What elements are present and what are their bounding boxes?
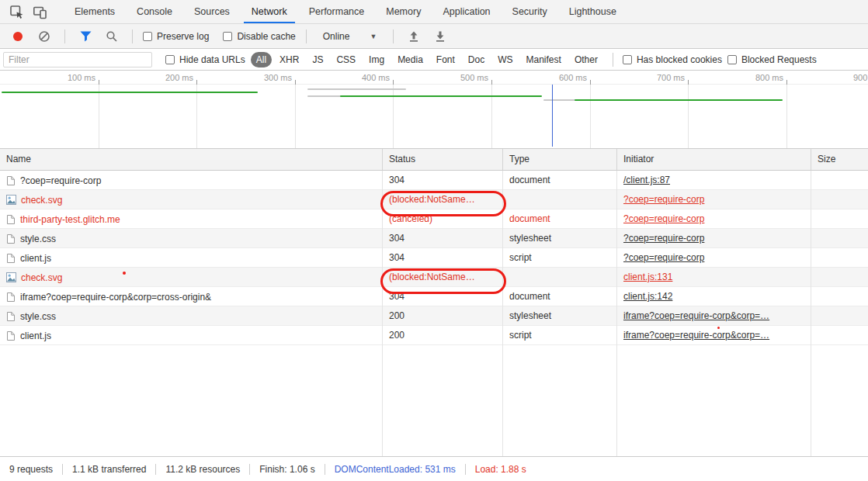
blocked-requests-checkbox[interactable]: Blocked Requests: [727, 54, 817, 65]
request-name-cell: check.svg: [0, 268, 383, 287]
initiator-link[interactable]: ?coep=require-corp: [623, 213, 704, 224]
tabbar-icons: [0, 0, 53, 23]
tab-lighthouse[interactable]: Lighthouse: [558, 0, 627, 23]
request-status: 304: [383, 229, 503, 248]
import-har-icon[interactable]: [430, 27, 450, 46]
empty-column: [0, 345, 383, 456]
overview-tick: [99, 80, 99, 85]
tab-elements[interactable]: Elements: [64, 0, 126, 23]
filter-funnel-icon[interactable]: [75, 27, 95, 46]
request-status: 304: [383, 248, 503, 268]
request-size: [811, 306, 868, 326]
request-name-cell: style.css: [0, 229, 383, 248]
request-type: document: [503, 171, 617, 190]
document-icon: [6, 214, 16, 225]
tab-security[interactable]: Security: [502, 0, 558, 23]
timeline-overview[interactable]: 100 ms200 ms300 ms400 ms500 ms600 ms700 …: [0, 71, 868, 149]
request-name: iframe?coep=require-corp&corp=cross-orig…: [20, 288, 211, 306]
request-name-cell: style.css: [0, 306, 383, 326]
overview-gridline: [99, 85, 99, 148]
table-row[interactable]: check.svg(blocked:NotSame…?coep=require-…: [0, 190, 868, 209]
search-icon[interactable]: [102, 27, 122, 46]
table-row[interactable]: third-party-test.glitch.me(canceled)docu…: [0, 209, 868, 229]
table-row[interactable]: style.css304stylesheet?coep=require-corp: [0, 229, 868, 248]
initiator-link[interactable]: client.js:142: [623, 291, 672, 302]
filter-pill-font[interactable]: Font: [431, 52, 460, 67]
document-icon: [6, 253, 16, 264]
table-row[interactable]: check.svg(blocked:NotSame…client.js:131: [0, 268, 868, 287]
request-status: 200: [383, 306, 503, 326]
filter-pill-js[interactable]: JS: [307, 52, 328, 67]
throttling-dropdown[interactable]: Online ▼: [317, 31, 384, 42]
toolbar-separator: [393, 29, 394, 43]
overview-gridline: [295, 85, 296, 148]
filter-pill-xhr[interactable]: XHR: [274, 52, 304, 67]
tab-memory[interactable]: Memory: [375, 0, 432, 23]
tab-network[interactable]: Network: [241, 0, 298, 23]
initiator-link[interactable]: /client.js:87: [623, 175, 670, 185]
request-name: ?coep=require-corp: [20, 171, 101, 190]
export-har-icon[interactable]: [404, 27, 424, 46]
filter-pill-all[interactable]: All: [251, 52, 272, 67]
preserve-log-checkbox[interactable]: Preserve log: [143, 31, 209, 42]
dom-content-loaded-time: DOMContentLoaded: 531 ms: [335, 464, 456, 475]
image-icon: [6, 272, 16, 282]
filter-pill-manifest[interactable]: Manifest: [521, 52, 567, 67]
filter-pill-doc[interactable]: Doc: [463, 52, 490, 67]
table-row[interactable]: style.css200stylesheetiframe?coep=requir…: [0, 306, 868, 326]
request-type: [503, 268, 617, 287]
column-header-status[interactable]: Status: [383, 149, 503, 170]
document-icon: [6, 292, 16, 303]
disable-cache-checkbox[interactable]: Disable cache: [223, 31, 295, 42]
request-status: 304: [383, 171, 503, 190]
initiator-link[interactable]: iframe?coep=require-corp&corp=…: [623, 310, 769, 321]
checkbox-icon: [143, 32, 152, 41]
request-size: [811, 268, 868, 287]
filter-pill-other[interactable]: Other: [569, 52, 603, 67]
request-size: [811, 190, 868, 209]
filter-pill-media[interactable]: Media: [392, 52, 429, 67]
column-header-type[interactable]: Type: [503, 149, 617, 170]
initiator-link[interactable]: ?coep=require-corp: [623, 233, 704, 244]
column-header-size[interactable]: Size: [811, 149, 868, 170]
initiator-link[interactable]: client.js:131: [623, 272, 672, 282]
record-button[interactable]: [8, 27, 28, 46]
table-row[interactable]: client.js200scriptiframe?coep=require-co…: [0, 326, 868, 345]
device-toolbar-icon[interactable]: [30, 2, 50, 21]
has-blocked-cookies-checkbox[interactable]: Has blocked cookies: [623, 54, 722, 65]
toolbar-separator: [613, 53, 613, 67]
table-row[interactable]: client.js304script?coep=require-corp: [0, 248, 868, 268]
overview-gridline: [786, 85, 787, 148]
table-row[interactable]: iframe?coep=require-corp&corp=cross-orig…: [0, 287, 868, 306]
inspect-element-icon[interactable]: [6, 2, 26, 21]
column-header-name[interactable]: Name: [0, 149, 383, 170]
request-initiator: iframe?coep=require-corp&corp=…: [617, 306, 811, 326]
request-status: (blocked:NotSame…: [383, 190, 503, 209]
tab-application[interactable]: Application: [432, 0, 501, 23]
filter-pill-css[interactable]: CSS: [331, 52, 361, 67]
initiator-link[interactable]: ?coep=require-corp: [623, 194, 704, 205]
request-type: document: [503, 287, 617, 306]
tab-performance[interactable]: Performance: [298, 0, 376, 23]
tab-sources[interactable]: Sources: [183, 0, 241, 23]
column-header-initiator[interactable]: Initiator: [617, 149, 811, 170]
initiator-link[interactable]: iframe?coep=require-corp&corp=…: [623, 330, 769, 341]
tab-console[interactable]: Console: [126, 0, 183, 23]
request-name: style.css: [20, 230, 56, 248]
filter-pill-img[interactable]: Img: [363, 52, 390, 67]
table-row[interactable]: ?coep=require-corp304document/client.js:…: [0, 171, 868, 190]
image-icon: [6, 195, 16, 205]
hide-data-urls-checkbox[interactable]: Hide data URLs: [165, 54, 245, 65]
empty-column: [383, 345, 503, 456]
overview-gridline: [688, 85, 689, 148]
filter-pill-ws[interactable]: WS: [492, 52, 518, 67]
request-initiator: client.js:131: [617, 268, 811, 287]
overview-tick: [688, 80, 689, 85]
initiator-link[interactable]: ?coep=require-corp: [623, 252, 704, 263]
filter-input[interactable]: [3, 52, 152, 67]
empty-column: [503, 345, 617, 456]
overview-request-bar: [307, 95, 342, 97]
statusbar-separator: [325, 464, 325, 475]
overview-tick-label: 500 ms: [442, 73, 488, 82]
clear-button[interactable]: [34, 27, 54, 46]
